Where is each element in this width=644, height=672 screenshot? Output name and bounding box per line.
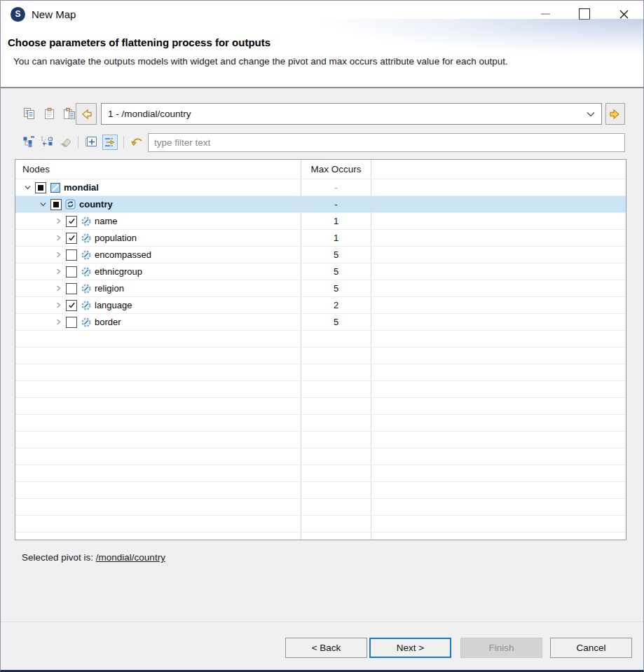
close-button[interactable] (604, 1, 643, 27)
tree-row-ethnicgroup[interactable]: ethnicgroup5 (15, 263, 626, 280)
chevron-right-icon[interactable] (52, 284, 64, 292)
combo-chevron-icon (580, 111, 601, 117)
chevron-right-icon[interactable] (52, 251, 64, 259)
flatten-toggle-icon (104, 137, 116, 148)
tree-empty-row (15, 364, 626, 381)
tree-row-border[interactable]: border5 (15, 314, 626, 331)
paste-model-button[interactable] (62, 107, 76, 121)
tree-row-religion[interactable]: religion5 (15, 280, 626, 297)
element-icon (81, 283, 91, 294)
element-icon (81, 249, 91, 260)
chevron-right-icon[interactable] (52, 318, 64, 326)
column-header-empty (371, 160, 626, 179)
back-button[interactable]: < Back (285, 638, 367, 658)
tree-row-name[interactable]: name1 (15, 213, 626, 230)
tree-row-population[interactable]: population1 (15, 230, 626, 247)
checkbox-unchecked[interactable] (66, 266, 77, 277)
next-button[interactable]: Next > (369, 638, 451, 658)
chevron-right-icon[interactable] (52, 217, 64, 225)
clipboard-actions (22, 107, 76, 121)
column-header-nodes[interactable]: Nodes (15, 160, 301, 179)
element-icon (81, 233, 91, 243)
accept-pivot-button[interactable] (130, 135, 144, 149)
toolbar-separator (123, 136, 124, 149)
title-bar: S New Map (1, 1, 643, 27)
paste-button[interactable] (42, 107, 56, 121)
checkbox-unchecked[interactable] (66, 317, 77, 328)
checkbox-unchecked[interactable] (66, 249, 77, 261)
next-output-button[interactable] (605, 103, 625, 125)
output-navigator-toolbar: 1 - /mondial/country (1, 103, 643, 125)
tree-body: mondial-country-name1population1encompas… (15, 179, 626, 540)
minimize-icon (541, 13, 550, 15)
paste-model-icon (62, 107, 76, 121)
expand-all-button[interactable] (84, 135, 98, 149)
expand-levels-button[interactable]: [..] (40, 135, 54, 149)
column-header-max-occurs[interactable]: Max Occurs (301, 160, 371, 179)
wizard-button-bar: < Back Next > Finish Cancel (1, 622, 643, 670)
expand-all-icon (85, 136, 97, 149)
maximize-button[interactable] (565, 1, 604, 27)
max-occurs-value: 5 (301, 247, 371, 263)
checkbox-checked[interactable] (66, 233, 77, 244)
minimize-button[interactable] (526, 1, 565, 27)
tree-empty-row (15, 415, 626, 432)
checkbox-checked[interactable] (66, 216, 77, 227)
tree-empty-row (15, 381, 626, 398)
tree-row-encompassed[interactable]: encompassed5 (15, 247, 626, 263)
checkbox-unchecked[interactable] (66, 283, 77, 294)
tree-empty-row (15, 331, 626, 348)
tree-row-country[interactable]: country- (15, 196, 626, 213)
chevron-right-icon[interactable] (52, 268, 64, 275)
model-icon (50, 182, 60, 193)
clear-filter-button[interactable] (58, 135, 72, 149)
max-occurs-value: - (301, 179, 371, 196)
tree-empty-row (15, 448, 626, 465)
pivot-status-label: Selected pivot is: (22, 552, 93, 563)
chevron-right-icon[interactable] (52, 301, 64, 309)
chevron-right-icon[interactable] (52, 234, 64, 242)
page-title: Choose parameters of flattening process … (1, 27, 643, 48)
filter-input[interactable] (148, 133, 625, 152)
eraser-icon (59, 137, 72, 148)
element-icon (81, 266, 91, 277)
window-controls (526, 1, 643, 27)
checkbox-mixed[interactable] (50, 199, 62, 210)
node-label: mondial (64, 182, 99, 193)
tree-empty-row (15, 516, 626, 533)
tree-empty-row (15, 533, 626, 540)
accept-pivot-icon (130, 137, 144, 149)
pivot-status: Selected pivot is: /mondial/country (22, 552, 165, 563)
node-label: religion (95, 283, 124, 294)
window-title: New Map (32, 8, 76, 20)
maximize-icon (579, 8, 590, 20)
tree-row-mondial[interactable]: mondial- (15, 179, 626, 196)
max-occurs-value: 1 (301, 213, 371, 229)
max-occurs-value: 5 (301, 314, 371, 330)
node-label: country (79, 199, 113, 210)
node-label: encompassed (95, 249, 151, 260)
max-occurs-value: 1 (301, 230, 371, 246)
tree-empty-row (15, 348, 626, 364)
previous-output-button[interactable] (76, 103, 97, 125)
copy-button[interactable] (22, 107, 36, 121)
node-label: name (95, 216, 118, 226)
flatten-preview-toggle-button[interactable] (102, 135, 118, 150)
checkbox-mixed[interactable] (35, 182, 46, 193)
checkbox-checked[interactable] (66, 300, 77, 311)
content-panel: 1 - /mondial/country [..] (1, 88, 643, 623)
nav-forward-icon (609, 109, 622, 120)
collapse-all-button[interactable] (22, 135, 36, 149)
node-label: language (95, 300, 132, 310)
outputs-tree-table: Nodes Max Occurs mondial-country-name1po… (15, 159, 626, 540)
chevron-down-icon[interactable] (36, 200, 49, 208)
tree-row-language[interactable]: language2 (15, 297, 626, 314)
element-icon (81, 216, 91, 226)
paste-icon (43, 107, 56, 121)
cancel-button[interactable]: Cancel (550, 638, 632, 658)
max-occurs-value: 5 (301, 263, 371, 280)
tree-header-row: Nodes Max Occurs (15, 160, 626, 179)
chevron-down-icon[interactable] (21, 184, 34, 191)
output-selector-combo[interactable]: 1 - /mondial/country (101, 103, 602, 125)
pivot-path-link[interactable]: /mondial/country (96, 552, 165, 563)
